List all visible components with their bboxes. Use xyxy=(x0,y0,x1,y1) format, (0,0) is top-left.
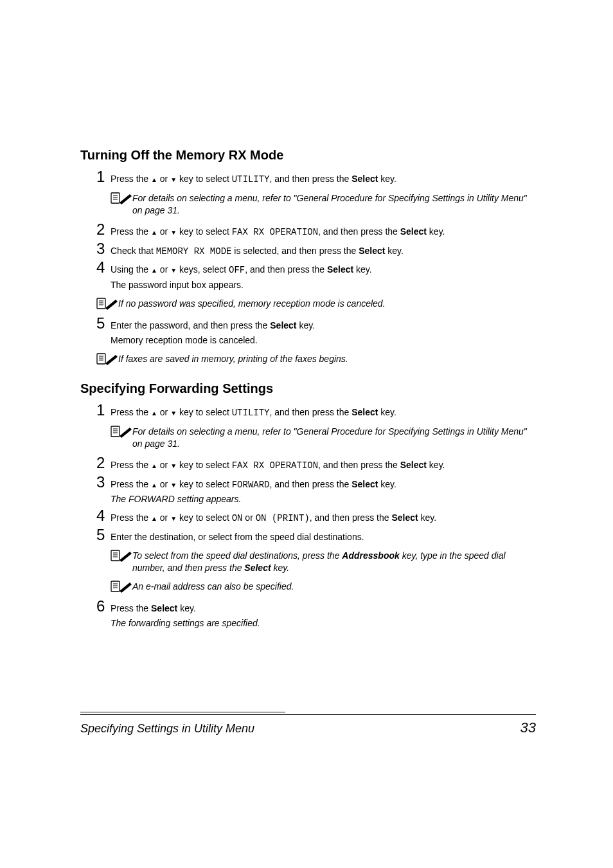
svg-rect-4 xyxy=(97,298,105,309)
s1-step4: 4 Using the or keys, select OFF, and the… xyxy=(96,260,536,276)
footer-title: Specifying Settings in Utility Menu xyxy=(80,722,254,736)
svg-rect-0 xyxy=(111,193,120,203)
step-number: 1 xyxy=(96,402,111,418)
down-arrow-icon xyxy=(170,264,177,275)
step-number: 2 xyxy=(96,455,111,471)
s1-step4-sub: The password input box appears. xyxy=(111,279,536,291)
up-arrow-icon xyxy=(151,264,157,275)
step-number: 5 xyxy=(96,316,111,331)
s1-step5-sub: Memory reception mode is canceled. xyxy=(111,334,536,347)
s2-step5: 5 Enter the destination, or select from … xyxy=(96,527,536,543)
up-arrow-icon xyxy=(151,460,157,470)
note-icon xyxy=(111,424,132,439)
s2-step3: 3 Press the or key to select FORWARD, an… xyxy=(96,475,536,491)
down-arrow-icon xyxy=(170,460,177,470)
step-text: Press the Select key. xyxy=(111,599,536,615)
step-number: 1 xyxy=(96,169,111,185)
down-arrow-icon xyxy=(170,174,177,184)
note-text: For details on selecting a menu, refer t… xyxy=(132,424,536,450)
step-text: Enter the password, and then press the S… xyxy=(111,316,536,332)
step-number: 3 xyxy=(96,241,111,257)
s2-note1: For details on selecting a menu, refer t… xyxy=(111,424,536,450)
s2-step6: 6 Press the Select key. xyxy=(96,599,536,615)
step-text: Press the or key to select FAX RX OPERAT… xyxy=(111,222,536,239)
note-icon xyxy=(111,579,132,593)
up-arrow-icon xyxy=(151,226,157,237)
heading-memory-rx: Turning Off the Memory RX Mode xyxy=(80,148,536,163)
s1-note3: If faxes are saved in memory, printing o… xyxy=(96,352,536,366)
s2-note3: An e-mail address can also be specified. xyxy=(111,579,536,593)
step-number: 6 xyxy=(96,599,111,614)
s1-note1: For details on selecting a menu, refer t… xyxy=(111,191,536,217)
step-text: Check that MEMORY RX MODE is selected, a… xyxy=(111,241,536,258)
step-number: 2 xyxy=(96,222,111,237)
step-text: Press the or key to select UTILITY, and … xyxy=(111,402,536,419)
step-number: 4 xyxy=(96,508,111,523)
step-number: 4 xyxy=(96,260,111,275)
step-text: Press the or key to select FORWARD, and … xyxy=(111,475,536,491)
step-number: 5 xyxy=(96,527,111,543)
note-text: An e-mail address can also be specified. xyxy=(132,579,536,593)
note-text: To select from the speed dial destinatio… xyxy=(132,548,536,574)
up-arrow-icon xyxy=(151,174,157,184)
s1-step2: 2 Press the or key to select FAX RX OPER… xyxy=(96,222,536,239)
s1-step1: 1 Press the or key to select UTILITY, an… xyxy=(96,169,536,186)
note-icon xyxy=(96,296,118,311)
note-icon xyxy=(96,352,118,366)
step-text: Press the or key to select ON or ON (PRI… xyxy=(111,508,536,525)
page-footer: Specifying Settings in Utility Menu 33 xyxy=(80,712,536,736)
step-text: Press the or key to select FAX RX OPERAT… xyxy=(111,455,536,472)
note-text: For details on selecting a menu, refer t… xyxy=(132,191,536,217)
down-arrow-icon xyxy=(170,512,177,523)
page: Turning Off the Memory RX Mode 1 Press t… xyxy=(0,0,613,868)
footer-rule xyxy=(80,712,536,716)
heading-forwarding: Specifying Forwarding Settings xyxy=(80,381,536,396)
note-icon xyxy=(111,191,132,205)
svg-rect-8 xyxy=(97,354,105,364)
up-arrow-icon xyxy=(151,479,157,489)
note-text: If no password was specified, memory rec… xyxy=(118,296,536,310)
down-arrow-icon xyxy=(170,407,177,417)
s2-note2: To select from the speed dial destinatio… xyxy=(111,548,536,574)
s2-step4: 4 Press the or key to select ON or ON (P… xyxy=(96,508,536,525)
note-text: If faxes are saved in memory, printing o… xyxy=(118,352,536,365)
s2-step6-sub: The forwarding settings are specified. xyxy=(111,617,536,629)
up-arrow-icon xyxy=(151,407,157,417)
down-arrow-icon xyxy=(170,479,177,489)
section1-body: 1 Press the or key to select UTILITY, an… xyxy=(96,169,536,366)
section2-body: 1 Press the or key to select UTILITY, an… xyxy=(96,402,536,629)
s2-step2: 2 Press the or key to select FAX RX OPER… xyxy=(96,455,536,472)
step-text: Using the or keys, select OFF, and then … xyxy=(111,260,536,276)
svg-rect-12 xyxy=(111,426,120,437)
step-text: Press the or key to select UTILITY, and … xyxy=(111,169,536,186)
step-number: 3 xyxy=(96,475,111,490)
s1-step5: 5 Enter the password, and then press the… xyxy=(96,316,536,332)
s1-step3: 3 Check that MEMORY RX MODE is selected,… xyxy=(96,241,536,258)
svg-rect-16 xyxy=(111,550,120,561)
step-text: Enter the destination, or select from th… xyxy=(111,527,536,543)
note-icon xyxy=(111,548,132,563)
s2-step1: 1 Press the or key to select UTILITY, an… xyxy=(96,402,536,419)
up-arrow-icon xyxy=(151,512,157,523)
down-arrow-icon xyxy=(170,226,177,237)
svg-rect-20 xyxy=(111,581,120,592)
s2-step3-sub: The FORWARD setting appears. xyxy=(111,493,536,505)
s1-note2: If no password was specified, memory rec… xyxy=(96,296,536,311)
footer-page-number: 33 xyxy=(520,719,536,736)
